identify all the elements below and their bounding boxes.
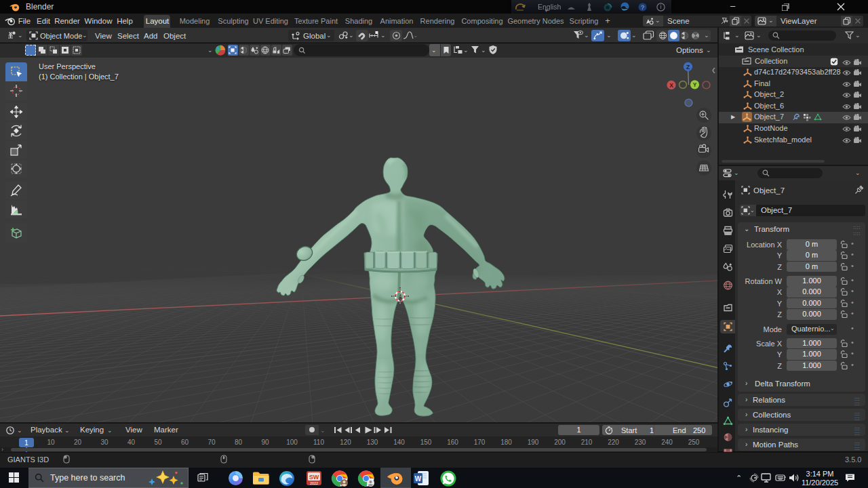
svg-text:X: X <box>669 82 673 89</box>
svg-text:Z: Z <box>686 64 690 70</box>
svg-text:❮: ❮ <box>711 67 716 73</box>
svg-text:2022: 2022 <box>310 481 318 485</box>
svg-text:i: i <box>660 3 662 10</box>
svg-text:?: ? <box>641 4 644 11</box>
svg-text:W: W <box>415 475 422 483</box>
svg-text:Y: Y <box>693 81 697 88</box>
svg-text:SW: SW <box>309 474 319 481</box>
